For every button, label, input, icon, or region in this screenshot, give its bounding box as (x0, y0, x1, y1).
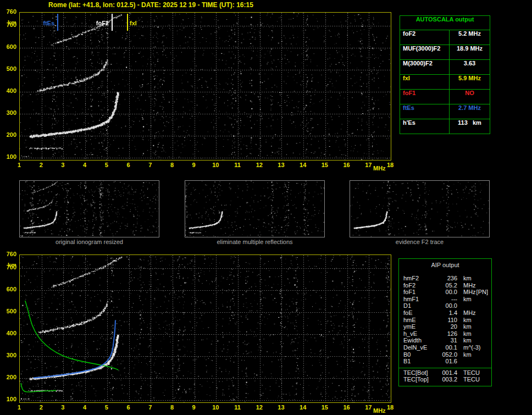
aip-table-rows: hmF2236kmfoF205.2MHzfoF100.0MHz[PN]hmF1-… (399, 275, 491, 365)
x-tick-label: 8 (167, 162, 178, 168)
x-tick-label: 17 (363, 162, 374, 168)
aip-table-row: hmF2236km (399, 275, 491, 282)
autoscala-table-row: M(3000)F23.63 (400, 60, 490, 75)
x-tick-label: 4 (79, 404, 90, 411)
y-tick-label: 400 (1, 87, 16, 94)
aip-table-row: Ewidth31km (399, 337, 491, 344)
aip-param-unit: km (463, 296, 488, 303)
x-tick-label: 16 (341, 404, 352, 411)
aip-param-unit: MHz (463, 282, 488, 289)
x-tick-label: 10 (210, 404, 221, 411)
x-axis-unit-label: MHz (373, 165, 386, 171)
fxi-marker-line (127, 14, 128, 31)
autoscala-param-name: foF1 (400, 90, 450, 104)
aip-param-name: foF1 (399, 289, 437, 296)
thumbnail-caption-original: original ionogram resized (19, 239, 159, 245)
aip-param-unit: MHz (463, 309, 488, 317)
x-tick-label: 6 (123, 162, 134, 168)
y-tick-label: 500 (1, 308, 16, 314)
aip-param-unit: km (463, 337, 488, 344)
aip-tec-name: TEC[Top] (399, 376, 437, 383)
aip-param-note (488, 275, 491, 282)
aip-table-row: B101.6 (399, 358, 491, 365)
autoscala-table-row: MUF(3000)F218.9 MHz (400, 45, 490, 60)
x-tick-label: 2 (36, 162, 47, 168)
x-tick-label: 13 (275, 162, 286, 168)
ftes-marker-label: ftEs (43, 20, 54, 26)
aip-param-value: 052.0 (437, 351, 457, 358)
x-tick-label: 10 (210, 162, 221, 168)
x-tick-label: 4 (79, 162, 90, 168)
x-tick-label: 9 (189, 404, 199, 411)
x-tick-label: 15 (319, 162, 330, 168)
thumbnail-evidence-f2 (350, 180, 490, 237)
aip-tec-value: 001.4 (437, 369, 457, 377)
aip-param-name: Ewidth (399, 337, 437, 344)
autoscala-param-value: 18.9 MHz (450, 45, 490, 59)
autoscala-param-value: 3.63 (450, 60, 490, 74)
aip-param-unit: MHz (463, 289, 476, 296)
aip-tec-row: TEC[Bot]001.4TECU (399, 369, 491, 377)
fof2-marker-line (112, 14, 113, 31)
aip-param-value: 110 (437, 317, 457, 324)
y-tick-label: 500 (1, 65, 16, 72)
aip-param-unit: km (463, 317, 488, 324)
aip-table-row: D100.0 (399, 302, 491, 309)
y-tick-label: 400 (1, 330, 16, 336)
autoscala-screen: Rome (lat: +41.8, lon: 012.5) - DATE: 20… (0, 0, 532, 415)
aip-table-header: AIP output (399, 259, 491, 268)
autoscala-param-name: foF2 (400, 30, 450, 45)
aip-param-unit: km (463, 323, 488, 330)
aip-param-name: h_vE (399, 330, 437, 337)
aip-param-note (488, 337, 491, 344)
thumbnail-canvas-eliminate (185, 181, 324, 237)
x-tick-label: 7 (145, 162, 156, 168)
aip-table-row: hmF1---km (399, 296, 491, 303)
aip-tec-unit: TECU (463, 376, 491, 383)
page-title: Rome (lat: +41.8, lon: 012.5) - DATE: 20… (48, 1, 253, 9)
ionogram-canvas-bottom (20, 255, 391, 402)
aip-param-name: DelN_vE (399, 344, 437, 351)
aip-param-note (488, 296, 491, 303)
autoscala-table-row: foF1NO (400, 90, 490, 104)
y-tick-label: 760 (1, 8, 16, 15)
aip-param-name: foF2 (399, 282, 437, 289)
y-tick-label: 600 (1, 286, 16, 292)
autoscala-param-value: 5.2 MHz (450, 30, 490, 45)
aip-param-name: hmE (399, 317, 437, 324)
thumbnail-caption-eliminate: eliminate multiple reflections (185, 239, 325, 245)
x-tick-label: 18 (385, 162, 396, 168)
y-tick-label: 100 (1, 153, 16, 160)
x-tick-label: 1 (14, 162, 25, 168)
y-tick-label: 600 (1, 43, 16, 50)
y-tick-label: 300 (1, 352, 16, 358)
y-axis-unit-label: km (1, 19, 16, 26)
x-tick-label: 17 (363, 404, 374, 411)
autoscala-param-name: M(3000)F2 (400, 60, 450, 74)
fxi-marker-label: fxI (130, 20, 137, 26)
aip-param-note (488, 309, 491, 317)
x-axis-unit-label: MHz (373, 407, 386, 414)
autoscala-param-value: 2.7 MHz (450, 104, 490, 119)
x-tick-label: 1 (14, 404, 25, 411)
aip-param-value: 05.2 (437, 282, 457, 289)
aip-param-unit (463, 358, 488, 365)
aip-param-unit (463, 302, 488, 309)
aip-param-note (488, 351, 491, 358)
aip-param-value: 31 (437, 337, 457, 344)
aip-tec-unit: TECU (463, 369, 491, 377)
aip-param-name: B0 (399, 351, 437, 358)
aip-table-row: hmE110km (399, 317, 491, 324)
aip-param-note (488, 330, 491, 337)
x-tick-label: 14 (297, 404, 308, 411)
autoscala-table-row: h'Es113 km (400, 119, 490, 134)
aip-table-row: foE1.4MHz (399, 309, 491, 317)
aip-param-note (488, 317, 491, 324)
aip-table-row: ymE20km (399, 323, 491, 330)
thumbnail-canvas-evidence (350, 181, 489, 237)
autoscala-table-row: fxI5.9 MHz (400, 75, 490, 90)
aip-tec-rows: TEC[Bot]001.4TECUTEC[Top]003.2TECU (399, 368, 491, 383)
aip-param-value: 00.1 (437, 344, 457, 351)
x-tick-label: 11 (232, 404, 243, 411)
aip-param-value: 00.0 (437, 289, 457, 296)
